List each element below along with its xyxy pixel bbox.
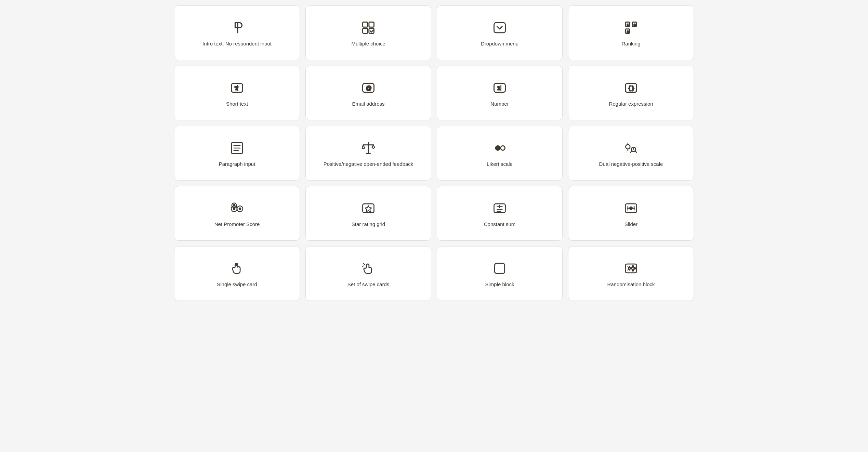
svg-line-56	[363, 266, 364, 266]
svg-point-28	[501, 146, 505, 150]
svg-point-29	[626, 144, 630, 149]
card-label-slider: Slider	[624, 221, 637, 228]
card-paragraph-input[interactable]: Paragraph input	[174, 126, 300, 181]
card-label-short-text: Short text	[226, 100, 248, 107]
card-star-rating[interactable]: Star rating grid	[305, 186, 431, 241]
card-multiple-choice[interactable]: Multiple choice	[305, 5, 431, 60]
card-email-address[interactable]: @Email address	[305, 66, 431, 120]
card-label-email-address: Email address	[352, 100, 384, 107]
svg-point-54	[236, 264, 237, 265]
card-label-ranking: Ranking	[621, 40, 640, 47]
card-dual-scale[interactable]: Dual negative-positive scale	[568, 126, 694, 181]
card-label-regular-expression: Regular expression	[609, 100, 653, 107]
svg-point-40	[233, 208, 235, 210]
svg-text:3: 3	[627, 30, 629, 33]
simple-block-icon	[492, 261, 507, 276]
card-label-likert-scale: Likert scale	[487, 160, 513, 168]
svg-text:@: @	[366, 85, 372, 91]
single-swipe-icon	[229, 261, 245, 276]
card-intro-text[interactable]: Intro text: No respondent input	[174, 5, 300, 60]
card-constant-sum[interactable]: Constant sum	[437, 186, 563, 241]
card-label-single-swipe: Single swipe card	[217, 281, 257, 288]
card-slider[interactable]: Slider	[568, 186, 694, 241]
svg-rect-0	[363, 22, 368, 27]
card-label-number: Number	[490, 100, 509, 107]
svg-point-64	[630, 267, 632, 269]
card-label-intro-text: Intro text: No respondent input	[202, 40, 272, 47]
ranking-icon: 123	[623, 20, 639, 35]
email-icon: @	[361, 80, 376, 95]
card-grid: Intro text: No respondent inputMultiple …	[174, 5, 694, 301]
card-set-swipe[interactable]: Set of swipe cards	[305, 246, 431, 301]
svg-line-55	[363, 263, 365, 265]
svg-point-63	[632, 269, 633, 271]
nps-icon	[229, 201, 245, 216]
card-label-constant-sum: Constant sum	[484, 221, 516, 228]
number-icon: 1	[492, 80, 507, 95]
svg-rect-53	[630, 207, 632, 209]
card-positive-negative[interactable]: Positive/negative open-ended feedback	[305, 126, 431, 181]
card-likert-scale[interactable]: Likert scale	[437, 126, 563, 181]
svg-text:{}: {}	[628, 84, 635, 91]
regex-icon: {}	[623, 80, 639, 95]
star-rating-icon	[361, 201, 376, 216]
svg-line-34	[635, 151, 637, 152]
dual-scale-icon	[623, 141, 639, 156]
svg-marker-43	[365, 205, 371, 211]
card-single-swipe[interactable]: Single swipe card	[174, 246, 300, 301]
slider-icon	[623, 201, 639, 216]
card-label-simple-block: Simple block	[485, 281, 514, 288]
multiple-choice-icon	[361, 20, 376, 35]
card-ranking[interactable]: 123Ranking	[568, 5, 694, 60]
card-label-set-swipe: Set of swipe cards	[347, 281, 390, 288]
card-label-multiple-choice: Multiple choice	[351, 40, 385, 47]
card-randomisation[interactable]: Randomisation block	[568, 246, 694, 301]
svg-text:1: 1	[497, 85, 500, 91]
svg-point-39	[233, 204, 235, 206]
card-number[interactable]: 1Number	[437, 66, 563, 120]
svg-point-61	[632, 266, 633, 267]
set-swipe-icon	[361, 261, 376, 276]
card-label-dual-scale: Dual negative-positive scale	[599, 160, 663, 168]
card-label-randomisation: Randomisation block	[607, 281, 655, 288]
svg-point-27	[496, 146, 500, 150]
card-dropdown-menu[interactable]: Dropdown menu	[437, 5, 563, 60]
svg-rect-57	[495, 263, 504, 273]
card-label-dropdown-menu: Dropdown menu	[481, 40, 518, 47]
svg-point-62	[634, 267, 635, 269]
paragraph-mark-icon	[229, 20, 245, 35]
svg-rect-2	[363, 28, 368, 33]
dropdown-icon	[492, 20, 507, 35]
balance-icon	[361, 141, 376, 156]
paragraph-input-icon	[229, 141, 245, 156]
svg-rect-4	[494, 23, 505, 32]
card-label-positive-negative: Positive/negative open-ended feedback	[324, 160, 413, 168]
card-nps[interactable]: Net Promoter Score	[174, 186, 300, 241]
svg-point-41	[239, 208, 241, 210]
svg-line-33	[630, 151, 632, 152]
card-label-paragraph-input: Paragraph input	[219, 160, 255, 168]
svg-rect-42	[363, 204, 374, 213]
card-label-nps: Net Promoter Score	[214, 221, 260, 228]
svg-rect-1	[369, 22, 374, 27]
card-short-text[interactable]: TShort text	[174, 66, 300, 120]
card-label-star-rating: Star rating grid	[352, 221, 385, 228]
likert-icon	[492, 141, 507, 156]
short-text-icon: T	[229, 80, 245, 95]
card-simple-block[interactable]: Simple block	[437, 246, 563, 301]
constant-sum-icon	[492, 201, 507, 216]
card-regular-expression[interactable]: {}Regular expression	[568, 66, 694, 120]
randomisation-icon	[623, 261, 639, 276]
svg-text:2: 2	[634, 23, 635, 26]
svg-text:1: 1	[627, 23, 629, 26]
